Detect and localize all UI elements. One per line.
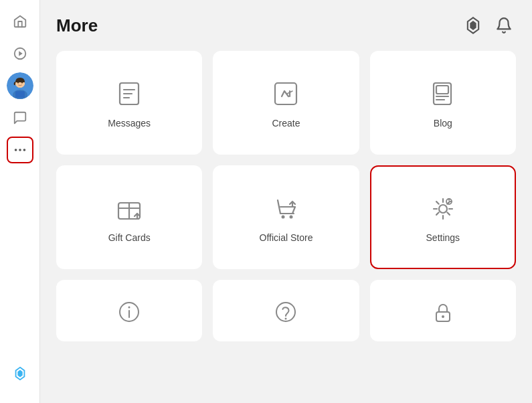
sidebar-item-robux[interactable] <box>7 360 33 387</box>
svg-marker-15 <box>470 21 476 30</box>
gift-cards-card[interactable]: Gift Cards <box>56 165 202 269</box>
create-label: Create <box>272 118 300 129</box>
sidebar-item-home[interactable] <box>7 8 33 35</box>
messages-card[interactable]: Messages <box>56 51 202 155</box>
header: More <box>56 13 516 37</box>
messages-icon <box>113 78 145 110</box>
svg-point-9 <box>14 149 17 151</box>
svg-point-39 <box>285 318 287 320</box>
svg-point-41 <box>442 315 444 318</box>
bell-icon <box>495 17 513 34</box>
gift-cards-icon <box>113 192 145 224</box>
home-icon <box>13 14 27 29</box>
sidebar-item-discover[interactable] <box>7 40 33 67</box>
robux-header-icon <box>464 16 482 35</box>
svg-point-10 <box>19 149 21 151</box>
robux-icon <box>13 366 27 381</box>
discover-icon <box>13 46 27 61</box>
settings-card[interactable]: Settings <box>370 165 516 269</box>
messages-label: Messages <box>108 118 151 129</box>
create-icon <box>270 78 302 110</box>
page-title: More <box>56 15 98 36</box>
settings-label: Settings <box>426 232 460 243</box>
notifications-button[interactable] <box>492 13 516 37</box>
help-icon <box>272 299 299 325</box>
official-store-card[interactable]: Official Store <box>213 165 359 269</box>
svg-point-29 <box>282 215 285 218</box>
sidebar <box>0 0 40 403</box>
info-icon <box>116 299 143 325</box>
gift-cards-label: Gift Cards <box>108 232 151 243</box>
svg-rect-8 <box>15 91 25 98</box>
svg-point-30 <box>290 215 293 218</box>
official-store-label: Official Store <box>260 232 313 243</box>
settings-icon <box>427 192 459 224</box>
create-card[interactable]: Create <box>213 51 359 155</box>
svg-marker-13 <box>17 370 22 378</box>
svg-point-37 <box>128 307 130 309</box>
official-store-icon <box>270 192 302 224</box>
lock-card[interactable] <box>370 280 516 341</box>
blog-label: Blog <box>434 118 452 129</box>
chat-icon <box>13 110 27 125</box>
robux-header-button[interactable] <box>461 13 485 37</box>
info-card[interactable] <box>56 280 202 341</box>
sidebar-item-more[interactable] <box>7 137 33 163</box>
lock-icon <box>430 299 456 325</box>
main-content: More <box>40 0 532 403</box>
svg-point-11 <box>23 149 25 151</box>
svg-point-31 <box>439 205 447 213</box>
svg-rect-22 <box>436 86 448 94</box>
more-icon <box>13 143 27 157</box>
header-icons <box>461 13 516 37</box>
sidebar-avatar[interactable] <box>7 72 33 99</box>
more-grid: Messages Create <box>56 51 516 341</box>
help-card[interactable] <box>213 280 359 341</box>
svg-marker-1 <box>19 51 23 56</box>
sidebar-item-chat[interactable] <box>7 104 33 131</box>
blog-icon <box>427 78 459 110</box>
blog-card[interactable]: Blog <box>370 51 516 155</box>
